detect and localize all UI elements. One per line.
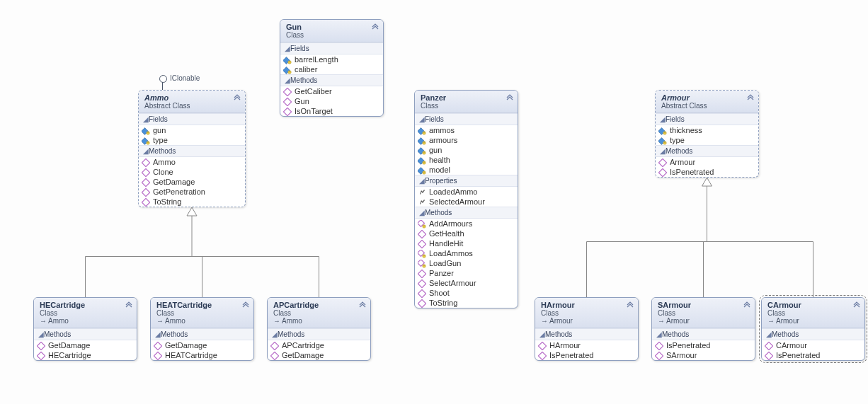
chevron-up-icon[interactable]	[506, 93, 513, 102]
class-Armour[interactable]: ArmourAbstract Class◢Fieldsthicknesstype…	[655, 90, 759, 178]
member[interactable]: gun	[139, 125, 245, 135]
member[interactable]: GetDamage	[34, 340, 137, 350]
member[interactable]: barrelLength	[280, 54, 383, 64]
class-HArmour[interactable]: HArmourClass→Armour◢MethodsHArmourIsPene…	[535, 297, 639, 361]
member[interactable]: type	[656, 135, 758, 145]
field-icon	[418, 137, 426, 145]
section-methods[interactable]: ◢Methods	[652, 328, 755, 340]
member[interactable]: GetCaliber	[280, 86, 383, 96]
chevron-up-icon[interactable]	[627, 301, 634, 309]
section-methods[interactable]: ◢Methods	[139, 145, 245, 157]
member[interactable]: thickness	[656, 125, 758, 135]
section-methods[interactable]: ◢Methods	[34, 328, 137, 340]
member[interactable]: Clone	[139, 167, 245, 177]
member[interactable]: LoadedAmmo	[415, 187, 518, 197]
class-header[interactable]: APCartridgeClass→Ammo	[268, 298, 370, 328]
member[interactable]: AddArmours	[415, 219, 518, 229]
member[interactable]: GetHealth	[415, 229, 518, 238]
class-HECartridge[interactable]: HECartridgeClass→Ammo◢MethodsGetDamageHE…	[33, 297, 137, 361]
chevron-up-icon[interactable]	[743, 301, 750, 309]
member[interactable]: GetDamage	[268, 350, 370, 360]
member[interactable]: caliber	[280, 64, 383, 74]
member[interactable]: HandleHit	[415, 238, 518, 248]
member[interactable]: ToString	[415, 298, 518, 308]
member[interactable]: SelectedArmour	[415, 197, 518, 207]
member[interactable]: HEATCartridge	[151, 350, 253, 360]
class-Ammo[interactable]: AmmoAbstract Class◢Fieldsguntype◢Methods…	[138, 90, 246, 207]
chevron-up-icon[interactable]	[125, 301, 132, 309]
svg-rect-48	[418, 270, 426, 277]
member[interactable]: armours	[415, 135, 518, 145]
member[interactable]: model	[415, 165, 518, 175]
method-icon	[418, 230, 426, 238]
member[interactable]: IsOnTarget	[280, 106, 383, 116]
chevron-up-icon[interactable]	[242, 301, 249, 309]
member-name: GetHealth	[429, 229, 464, 238]
member[interactable]: SArmour	[652, 350, 755, 360]
member[interactable]: Ammo	[139, 157, 245, 167]
class-header[interactable]: HArmourClass→Armour	[535, 298, 638, 328]
member[interactable]: HECartridge	[34, 350, 137, 360]
member[interactable]: Gun	[280, 96, 383, 106]
section-properties[interactable]: ◢Properties	[415, 175, 518, 187]
member[interactable]: ammos	[415, 125, 518, 135]
section-methods[interactable]: ◢Methods	[415, 207, 518, 219]
class-APCartridge[interactable]: APCartridgeClass→Ammo◢MethodsAPCartridge…	[267, 297, 371, 361]
member[interactable]: IsPenetrated	[762, 350, 864, 360]
section-fields[interactable]: ◢Fields	[139, 113, 245, 125]
section-fields[interactable]: ◢Fields	[415, 113, 518, 125]
member[interactable]: IsPenetrated	[652, 340, 755, 350]
class-Panzer[interactable]: PanzerClass◢Fieldsammosarmoursgunhealthm…	[414, 90, 518, 308]
section-fields[interactable]: ◢Fields	[280, 42, 383, 54]
class-header[interactable]: AmmoAbstract Class	[139, 91, 245, 113]
member[interactable]: HArmour	[535, 340, 638, 350]
class-header[interactable]: SArmourClass→Armour	[652, 298, 755, 328]
expand-icon: ◢	[143, 147, 149, 155]
interface-lollipop[interactable]: IClonable	[159, 74, 200, 83]
class-header[interactable]: HECartridgeClass→Ammo	[34, 298, 137, 328]
member[interactable]: APCartridge	[268, 340, 370, 350]
svg-rect-12	[142, 198, 149, 206]
member[interactable]: CArmour	[762, 340, 864, 350]
member[interactable]: gun	[415, 145, 518, 155]
class-SArmour[interactable]: SArmourClass→Armour◢MethodsIsPenetratedS…	[651, 297, 755, 361]
section-methods[interactable]: ◢Methods	[762, 328, 864, 340]
member[interactable]: Armour	[656, 157, 758, 167]
member[interactable]: IsPenetrated	[656, 167, 758, 177]
chevron-up-icon[interactable]	[372, 23, 379, 31]
chevron-up-icon[interactable]	[747, 93, 754, 102]
member[interactable]: LoadAmmos	[415, 248, 518, 258]
member[interactable]: GetDamage	[139, 177, 245, 187]
section-methods[interactable]: ◢Methods	[151, 328, 253, 340]
diagram-canvas[interactable]: AmmoAbstract Class◢Fieldsguntype◢Methods…	[0, 0, 868, 404]
member[interactable]: LoadGun	[415, 258, 518, 268]
member[interactable]: health	[415, 155, 518, 165]
class-Gun[interactable]: GunClass◢FieldsbarrelLengthcaliber◢Metho…	[280, 19, 384, 117]
chevron-up-icon[interactable]	[234, 93, 241, 102]
section-fields[interactable]: ◢Fields	[656, 113, 758, 125]
member[interactable]: type	[139, 135, 245, 145]
member[interactable]: GetPenetration	[139, 187, 245, 197]
member[interactable]: GetDamage	[151, 340, 253, 350]
section-methods[interactable]: ◢Methods	[280, 74, 383, 86]
class-header[interactable]: HEATCartridgeClass→Ammo	[151, 298, 253, 328]
class-header[interactable]: PanzerClass	[415, 91, 518, 113]
section-methods[interactable]: ◢Methods	[535, 328, 638, 340]
section-methods[interactable]: ◢Methods	[656, 145, 758, 157]
chevron-up-icon[interactable]	[359, 301, 366, 309]
chevron-up-icon[interactable]	[853, 301, 860, 309]
class-CArmour[interactable]: CArmourClass→Armour◢MethodsCArmourIsPene…	[761, 297, 865, 361]
class-HEATCartridge[interactable]: HEATCartridgeClass→Ammo◢MethodsGetDamage…	[150, 297, 254, 361]
class-header[interactable]: GunClass	[280, 20, 383, 42]
member[interactable]: ToString	[139, 197, 245, 207]
member[interactable]: SelectArmour	[415, 278, 518, 288]
section-label: Fields	[290, 45, 309, 52]
base-name: Ammo	[48, 317, 69, 325]
section-label: Methods	[290, 76, 317, 84]
member[interactable]: Shoot	[415, 288, 518, 298]
section-methods[interactable]: ◢Methods	[268, 328, 370, 340]
member[interactable]: Panzer	[415, 268, 518, 278]
class-header[interactable]: CArmourClass→Armour	[762, 298, 864, 328]
class-header[interactable]: ArmourAbstract Class	[656, 91, 758, 113]
member[interactable]: IsPenetrated	[535, 350, 638, 360]
